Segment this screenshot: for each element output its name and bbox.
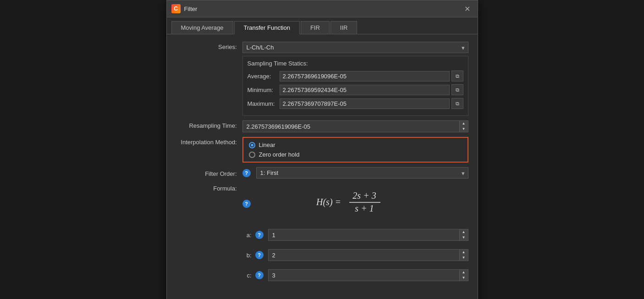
radio-linear-label: Linear [259,141,275,148]
resampling-row: Resampling Time: ▲ ▼ [176,120,468,132]
param-c-row: c: ? ▲ ▼ [242,269,468,285]
interpolation-row: Interpolation Method: Linear Zero order … [176,137,468,163]
interpolation-box: Linear Zero order hold [242,137,468,163]
param-b-spin-up[interactable]: ▲ [460,250,468,255]
average-row: Average: ⧉ [248,71,463,82]
radio-group: Linear Zero order hold [249,141,462,158]
interpolation-label: Interpolation Method: [176,137,242,146]
formula-svg: H(s) = 2s + 3 s + 1 [316,188,408,220]
tab-fir[interactable]: FIR [301,21,330,34]
resampling-spinbox: ▲ ▼ [242,120,468,132]
param-b-spinbox: ▲ ▼ [268,249,468,261]
param-a-spin-down[interactable]: ▼ [460,235,468,240]
param-c-spinbox: ▲ ▼ [268,269,468,281]
tab-bar: Moving Average Transfer Function FIR IIR [167,17,478,34]
series-label: Series: [176,42,242,50]
formula-label: Formula: [176,183,242,192]
average-copy-button[interactable]: ⧉ [451,71,463,82]
filter-order-help-icon[interactable]: ? [242,169,251,177]
filter-order-label: Filter Order: [176,169,242,177]
param-a-spin-buttons: ▲ ▼ [459,229,468,241]
title-bar-left: C Filter [171,4,198,13]
param-a-help-icon[interactable]: ? [255,231,264,239]
param-b-spin-buttons: ▲ ▼ [459,249,468,261]
statics-title: Sampling Time Statics: [248,60,463,67]
param-a-input[interactable] [268,229,459,241]
param-b-row: b: ? ▲ ▼ [242,249,468,265]
series-select-wrapper: L-Ch/L-Ch [242,42,468,53]
param-c-spin-down[interactable]: ▼ [460,275,468,281]
filter-order-control: ? 1: First [242,167,468,179]
param-c-label: c: [242,272,252,279]
param-c-spin-buttons: ▲ ▼ [459,269,468,281]
tab-transfer-function[interactable]: Transfer Function [234,21,300,34]
dialog-content: Series: L-Ch/L-Ch Sampling Time Statics:… [167,34,478,297]
radio-zero-order[interactable] [249,152,255,158]
formula-help-icon[interactable]: ? [242,200,251,208]
app-icon: C [171,4,181,13]
minimum-row: Minimum: ⧉ [248,84,463,95]
maximum-label: Maximum: [248,100,280,107]
resampling-spin-up[interactable]: ▲ [460,121,468,126]
param-a-row: a: ? ▲ ▼ [242,229,468,245]
param-a-label: a: [242,232,252,239]
tab-iir[interactable]: IIR [330,21,358,34]
average-input[interactable] [280,71,450,82]
radio-zero-order-label: Zero order hold [259,151,300,158]
close-button[interactable]: ✕ [462,3,473,14]
filter-dialog: C Filter ✕ Moving Average Transfer Funct… [166,0,478,299]
param-b-help-icon[interactable]: ? [255,251,264,259]
filter-order-select[interactable]: 1: First [256,167,468,179]
radio-linear[interactable] [249,142,255,148]
resampling-spin-down[interactable]: ▼ [460,126,468,132]
series-control: L-Ch/L-Ch Sampling Time Statics: Average… [242,42,468,116]
resampling-spin-buttons: ▲ ▼ [459,120,468,132]
param-b-label: b: [242,252,252,259]
series-select[interactable]: L-Ch/L-Ch [242,42,468,53]
sampling-statics-box: Sampling Time Statics: Average: ⧉ Minimu… [242,56,468,116]
svg-text:s + 1: s + 1 [355,203,374,213]
param-c-help-icon[interactable]: ? [255,271,264,279]
svg-text:H(s) =: H(s) = [316,197,341,207]
param-a-spinbox: ▲ ▼ [268,229,468,241]
title-bar: C Filter ✕ [167,0,478,17]
svg-text:2s + 3: 2s + 3 [352,190,376,201]
param-c-input[interactable] [268,269,459,281]
param-b-spin-down[interactable]: ▼ [460,255,468,261]
formula-display: H(s) = 2s + 3 s + 1 [256,183,468,224]
formula-control: ? H(s) = 2s + 3 s + 1 [242,183,468,224]
maximum-row: Maximum: ⧉ [248,98,463,109]
resampling-control: ▲ ▼ [242,120,468,132]
formula-row: Formula: ? H(s) = 2s + 3 s + 1 [176,183,468,224]
filter-order-row: Filter Order: ? 1: First [176,167,468,179]
resampling-input[interactable] [242,120,459,132]
filter-order-select-wrapper: 1: First [256,167,468,179]
minimum-label: Minimum: [248,87,280,93]
param-c-spin-up[interactable]: ▲ [460,270,468,275]
radio-zero-order-row[interactable]: Zero order hold [249,151,462,158]
minimum-input[interactable] [280,85,450,95]
maximum-copy-button[interactable]: ⧉ [451,98,463,109]
resampling-label: Resampling Time: [176,120,242,129]
average-label: Average: [248,73,280,80]
tab-moving-average[interactable]: Moving Average [171,21,233,34]
maximum-input[interactable] [280,98,450,109]
minimum-copy-button[interactable]: ⧉ [451,84,463,95]
dialog-title: Filter [184,5,198,12]
series-row: Series: L-Ch/L-Ch Sampling Time Statics:… [176,42,468,116]
param-b-input[interactable] [268,249,459,261]
param-a-spin-up[interactable]: ▲ [460,229,468,235]
radio-linear-row[interactable]: Linear [249,141,462,148]
